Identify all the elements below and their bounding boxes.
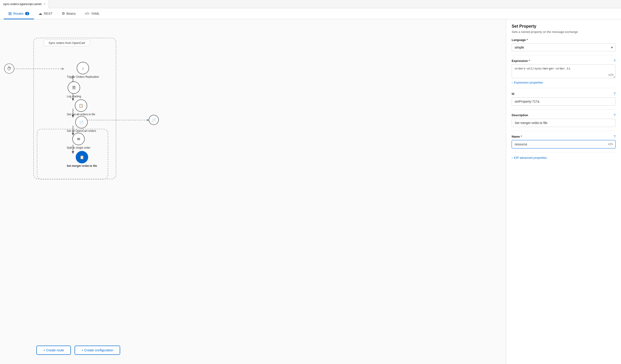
- timer-node-circle[interactable]: ⏱: [4, 64, 14, 74]
- set-get-node-label: Set get-all-orders.ts file: [67, 113, 95, 116]
- expression-label: Expression *: [512, 59, 614, 63]
- expression-required: *: [529, 59, 530, 63]
- split-node-label: Split to single order: [67, 146, 90, 149]
- nav-item-rest[interactable]: ☁ REST: [34, 9, 57, 19]
- trigger-node[interactable]: ↓ Trigger Orders Replication: [67, 62, 99, 79]
- expression-area: orders-etl/sync/merger-order.ts </>: [512, 65, 616, 79]
- description-label: Description: [512, 114, 614, 117]
- set-get-node-circle[interactable]: 📋: [75, 99, 87, 112]
- id-label-row: Id ?: [512, 92, 616, 96]
- language-required: *: [527, 38, 528, 42]
- route-label: Sync orders from OpenCart: [44, 40, 90, 46]
- panel-title: Set Property: [512, 24, 616, 29]
- description-help-icon[interactable]: ?: [614, 113, 616, 117]
- chevron-right-icon: ›: [512, 81, 513, 84]
- split-node-circle[interactable]: ✉: [72, 133, 85, 145]
- nav-item-yaml[interactable]: </> YAML: [80, 9, 104, 19]
- beans-icon: ⚙: [62, 11, 65, 16]
- language-select-wrapper: simple constant groovy: [512, 44, 616, 51]
- nav-bar: ⊞ Routes 1 ☁ REST ⚙ Beans </> YAML: [0, 8, 621, 19]
- create-route-button[interactable]: + Create route: [36, 346, 71, 355]
- id-section: Id ?: [512, 92, 616, 110]
- name-input[interactable]: [512, 140, 616, 149]
- trigger-node-circle[interactable]: ↓: [77, 62, 89, 74]
- trigger-node-label: Trigger Orders Replication: [67, 75, 99, 79]
- get-orders-node-circle[interactable]: 📄: [75, 116, 88, 128]
- tab-bar: sync-orders-typescript.camel ×: [0, 0, 621, 8]
- description-input[interactable]: [512, 119, 616, 127]
- timer-node[interactable]: ⏱: [4, 64, 14, 74]
- id-help-icon[interactable]: ?: [614, 92, 616, 96]
- nav-item-routes[interactable]: ⊞ Routes 1: [4, 9, 34, 19]
- language-section: Language * simple constant groovy: [512, 38, 616, 55]
- nav-item-beans[interactable]: ⚙ Beans: [57, 9, 80, 19]
- expression-properties-link[interactable]: › Expression properties: [512, 81, 616, 84]
- routes-icon: ⊞: [8, 11, 12, 16]
- name-code-icon[interactable]: </>: [608, 142, 613, 146]
- expression-section: Expression * ? orders-etl/sync/merger-or…: [512, 59, 616, 88]
- split-node[interactable]: ✉ Split to single order: [67, 133, 90, 149]
- expression-help-icon[interactable]: ?: [614, 59, 616, 63]
- name-required: *: [521, 135, 522, 138]
- set-merger-node-circle[interactable]: 📋: [76, 151, 88, 163]
- eip-properties-link[interactable]: › EIP advanced properties: [512, 156, 616, 159]
- chevron-right-icon-eip: ›: [512, 156, 513, 159]
- set-get-node[interactable]: 📋 Set get-all-orders.ts file: [67, 99, 95, 116]
- yaml-icon: </>: [85, 12, 89, 16]
- nav-label-beans: Beans: [67, 12, 76, 16]
- tab-filename: sync-orders-typescript.camel: [3, 2, 41, 6]
- expression-label-row: Expression * ?: [512, 59, 616, 63]
- name-section: Name * ? </>: [512, 135, 616, 152]
- bottom-buttons: + Create route + Create configuration: [36, 346, 120, 355]
- name-label: Name *: [512, 135, 614, 138]
- name-input-wrapper: </>: [512, 140, 616, 149]
- nav-label-rest: REST: [44, 12, 52, 16]
- set-merger-node-label: Set merger-order.ts file: [67, 164, 97, 167]
- id-input[interactable]: [512, 97, 616, 106]
- name-label-row: Name * ?: [512, 135, 616, 138]
- panel-subtitle: Sets a named property on the message exc…: [512, 30, 616, 33]
- set-merger-node[interactable]: 📋 Set merger-order.ts file: [67, 151, 97, 167]
- routes-badge: 1: [25, 12, 29, 15]
- canvas-area[interactable]: ⏱ Sync orders from OpenCart ↓ Trigger Or…: [0, 19, 506, 364]
- main-layout: ⏱ Sync orders from OpenCart ↓ Trigger Or…: [0, 19, 621, 364]
- log-node-circle[interactable]: ☰: [68, 82, 80, 94]
- rest-icon: ☁: [38, 11, 42, 16]
- expression-textarea[interactable]: orders-etl/sync/merger-order.ts: [512, 65, 616, 78]
- id-label: Id: [512, 92, 614, 96]
- language-select[interactable]: simple constant groovy: [512, 44, 616, 51]
- log-node[interactable]: ☰ Log starting: [67, 82, 81, 98]
- description-section: Description ?: [512, 113, 616, 131]
- nav-label-routes: Routes: [13, 12, 23, 16]
- right-connector-node: 📄: [149, 115, 159, 125]
- tab-close-icon[interactable]: ×: [44, 2, 45, 5]
- name-help-icon[interactable]: ?: [614, 135, 616, 138]
- file-tab[interactable]: sync-orders-typescript.camel ×: [0, 0, 49, 8]
- nav-label-yaml: YAML: [91, 12, 100, 16]
- right-panel: Set Property Sets a named property on th…: [506, 19, 621, 364]
- create-configuration-button[interactable]: + Create configuration: [75, 346, 120, 355]
- description-label-row: Description ?: [512, 113, 616, 117]
- log-node-label: Log starting: [67, 95, 81, 98]
- expression-code-icon[interactable]: </>: [608, 73, 614, 77]
- language-label: Language *: [512, 38, 616, 42]
